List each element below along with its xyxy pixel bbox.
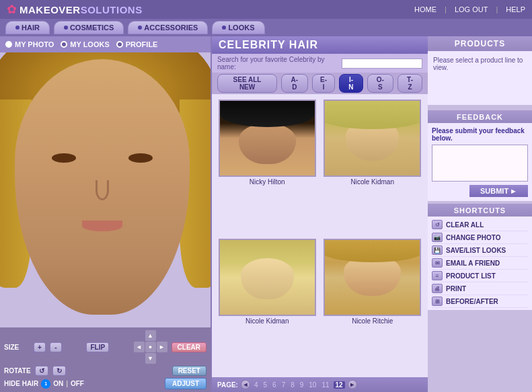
logo-solutions: Solutions: [81, 4, 143, 15]
tab-accessories-label: ACCESSORIES: [144, 24, 198, 32]
print-icon: 🖨: [432, 284, 443, 293]
controls-row2: ROTATE ↺ ↻ RESET: [4, 366, 206, 376]
page-9[interactable]: 9: [299, 381, 305, 389]
arrow-center-button[interactable]: ●: [145, 342, 156, 352]
shortcut-before-after[interactable]: ⊞ BEFORE/AFTER: [432, 295, 528, 308]
tab-cosmetics[interactable]: COSMETICS: [54, 21, 124, 34]
shortcut-change-photo[interactable]: 📷 CHANGE PHOTO: [432, 231, 528, 244]
my-photo-tab[interactable]: MY PHOTO: [5, 40, 54, 48]
celebrity-item-nicole-kidman-2[interactable]: Nicole Kidman: [217, 239, 317, 373]
filter-o-s[interactable]: O-S: [367, 74, 394, 93]
face-container: [15, 59, 196, 321]
feedback-textarea[interactable]: [432, 145, 528, 182]
page-7[interactable]: 7: [280, 381, 287, 389]
shortcut-clear-all-label: CLEAR ALL: [446, 221, 484, 229]
tab-hair-dot: [15, 26, 20, 30]
page-next-button[interactable]: ►: [348, 380, 357, 389]
my-looks-label: MY LOOKS: [70, 40, 109, 48]
eye-left: [52, 153, 76, 163]
feedback-content: Please submit your feedback below. SUBMI…: [428, 123, 532, 201]
face-inner: [15, 59, 190, 315]
right-panel: PRODUCTS Please select a product line to…: [428, 36, 532, 392]
page-12[interactable]: 12: [334, 381, 345, 389]
submit-arrow-icon: ►: [510, 187, 517, 195]
mouth: [82, 221, 122, 231]
search-input[interactable]: [342, 58, 422, 69]
controls: SIZE + - FLIP ▲ ◄ ● ► ▼ CLEAR: [0, 327, 211, 392]
arrow-down-button[interactable]: ▼: [145, 353, 156, 364]
my-photo-radio: [5, 41, 12, 48]
page-11[interactable]: 11: [320, 381, 330, 389]
rotate-right-button[interactable]: ↻: [52, 366, 66, 376]
shortcut-print-label: PRINT: [446, 285, 466, 292]
logo-makeover: Makeover: [20, 4, 81, 15]
off-label: OFF: [71, 380, 84, 387]
profile-tab[interactable]: PROFILE: [116, 40, 158, 48]
shortcuts-section: SHORTCUTS ↺ CLEAR ALL 📷 CHANGE PHOTO 💾 S…: [428, 204, 532, 310]
toggle-circle-button[interactable]: 1: [41, 379, 50, 389]
celebrity-photo-nicole-kidman-1: [324, 100, 421, 177]
header: ✿ MakeoverSolutions HOME | LOG OUT | HEL…: [0, 0, 532, 19]
size-minus-button[interactable]: -: [50, 342, 62, 352]
celebrity-name-nicole-kidman-2: Nicole Kidman: [245, 317, 289, 325]
page-6[interactable]: 6: [271, 381, 278, 389]
nav-tabs: HAIR COSMETICS ACCESSORIES LOOKS: [0, 19, 532, 36]
help-link[interactable]: HELP: [506, 5, 525, 13]
shortcut-before-after-label: BEFORE/AFTER: [446, 298, 498, 305]
eye-right: [128, 153, 153, 163]
flip-button[interactable]: FLIP: [86, 342, 109, 352]
celeb-nicky-art: [220, 101, 315, 175]
arrow-left-button[interactable]: ◄: [134, 342, 145, 352]
celebrity-name-nicole-ritchie: Nicole Ritchie: [352, 317, 393, 325]
rotate-left-button[interactable]: ↺: [35, 366, 48, 376]
filter-e-i[interactable]: E-I: [312, 74, 336, 93]
my-looks-radio: [61, 41, 67, 48]
tab-hair-label: HAIR: [22, 24, 40, 32]
home-link[interactable]: HOME: [414, 5, 436, 13]
filter-see-all-new[interactable]: SEE ALL NEW: [217, 74, 277, 93]
tab-looks[interactable]: LOOKS: [212, 21, 264, 34]
page-10[interactable]: 10: [307, 381, 317, 389]
reset-button[interactable]: RESET: [172, 366, 206, 376]
filter-a-d[interactable]: A-D: [281, 74, 308, 93]
before-after-icon: ⊞: [432, 297, 443, 306]
shortcut-save-list-looks[interactable]: 💾 SAVE/LIST LOOKS: [432, 244, 528, 257]
controls-row3: HIDE HAIR 1 ON | OFF ADJUST: [4, 378, 206, 389]
celebrity-item-nicole-kidman-1[interactable]: Nicole Kidman: [323, 100, 423, 233]
tab-accessories[interactable]: ACCESSORIES: [128, 21, 208, 34]
header-nav: HOME | LOG OUT | HELP: [414, 5, 525, 13]
shortcut-product-list[interactable]: ≡ PRODUCT LIST: [432, 270, 528, 282]
filter-t-z[interactable]: T-Z: [397, 74, 422, 93]
arrow-empty-3: [134, 353, 145, 364]
celebrity-item-nicky-hilton[interactable]: Nicky Hilton: [217, 100, 317, 233]
rotate-label: ROTATE: [4, 367, 31, 375]
clear-button[interactable]: CLEAR: [172, 342, 206, 352]
page-8[interactable]: 8: [289, 381, 296, 389]
main-layout: MY PHOTO MY LOOKS PROFILE: [0, 36, 532, 392]
celebrity-photo-nicole-kidman-2: [219, 239, 316, 316]
tab-hair[interactable]: HAIR: [5, 21, 50, 34]
hide-hair-label: HIDE HAIR: [4, 380, 38, 387]
page-5[interactable]: 5: [262, 381, 269, 389]
shortcut-clear-all[interactable]: ↺ CLEAR ALL: [432, 219, 528, 231]
arrow-empty-4: [157, 353, 167, 364]
celebrity-photo-nicole-ritchie: [324, 239, 421, 316]
shortcut-print[interactable]: 🖨 PRINT: [432, 282, 528, 295]
shortcut-email-friend[interactable]: ✉ EMAIL A FRIEND: [432, 257, 528, 270]
move-arrows: ▲ ◄ ● ► ▼: [134, 330, 167, 364]
submit-button[interactable]: SUBMIT ►: [469, 185, 528, 197]
arrow-up-button[interactable]: ▲: [145, 330, 156, 341]
page-label: PAGE:: [217, 381, 238, 389]
center-panel: CELEBRITY HAIR Search for your favorite …: [212, 36, 428, 392]
tab-cosmetics-dot: [64, 26, 68, 30]
arrow-right-button[interactable]: ►: [157, 342, 167, 352]
my-looks-tab[interactable]: MY LOOKS: [61, 40, 109, 48]
logout-link[interactable]: LOG OUT: [455, 5, 488, 13]
celeb-nicole-k2-art: [220, 240, 315, 315]
page-4[interactable]: 4: [253, 381, 260, 389]
celebrity-item-nicole-ritchie[interactable]: Nicole Ritchie: [323, 239, 423, 373]
filter-i-n[interactable]: I-N: [339, 74, 363, 93]
page-prev-button[interactable]: ◄: [241, 380, 250, 389]
adjust-button[interactable]: ADJUST: [165, 378, 206, 389]
size-plus-button[interactable]: +: [34, 342, 46, 352]
